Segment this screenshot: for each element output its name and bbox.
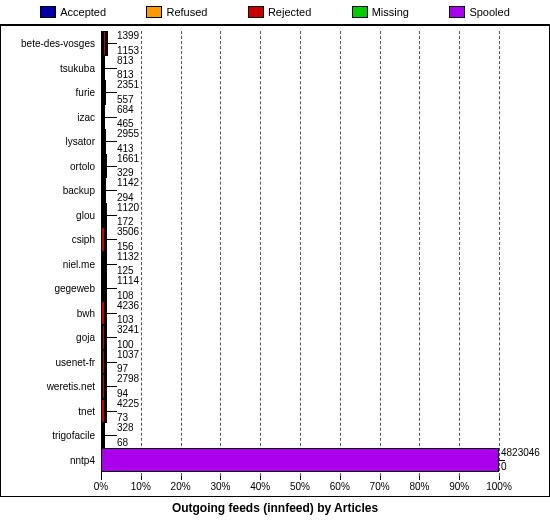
- value-label-top: 4236: [117, 301, 139, 311]
- value-label-top: 1120: [117, 203, 139, 213]
- table-row: trigofacile32868: [101, 423, 499, 448]
- value-label-top: 2351: [117, 80, 139, 90]
- legend-swatch: [40, 6, 56, 18]
- row-label: bete-des-vosges: [21, 38, 101, 49]
- value-label-top: 1114: [117, 276, 139, 286]
- tick-mark: [101, 476, 102, 480]
- value-label-bot: 108: [117, 291, 134, 301]
- value-label-top: 1142: [117, 178, 139, 188]
- lead-line: [107, 43, 117, 44]
- lead-line: [105, 435, 117, 436]
- row-label: csiph: [72, 234, 101, 245]
- table-row: bwh4236103: [101, 301, 499, 326]
- row-label: lysator: [66, 136, 101, 147]
- lead-line: [105, 141, 117, 142]
- value-label-bot: 100: [117, 340, 134, 350]
- bar-segment: [101, 448, 499, 473]
- value-label-top: 3241: [117, 325, 139, 335]
- tick-mark: [340, 476, 341, 480]
- x-tick-label: 50%: [290, 481, 310, 492]
- tick-mark: [260, 476, 261, 480]
- legend-label: Accepted: [60, 6, 106, 18]
- lead-line: [105, 68, 117, 69]
- lead-line: [105, 337, 117, 338]
- table-row: ortolo1661329: [101, 154, 499, 179]
- value-label-bot: 413: [117, 144, 134, 154]
- table-row: tsukuba813813: [101, 56, 499, 81]
- tick-mark: [380, 476, 381, 480]
- x-tick-label: 20%: [171, 481, 191, 492]
- legend-label: Rejected: [268, 6, 311, 18]
- lead-line: [105, 362, 117, 363]
- value-label-top: 1132: [117, 252, 139, 262]
- row-label: tsukuba: [60, 62, 101, 73]
- table-row: niel.me1132125: [101, 252, 499, 277]
- x-tick-label: 60%: [330, 481, 350, 492]
- legend-swatch: [449, 6, 465, 18]
- plot-inner: 0%10%20%30%40%50%60%70%80%90%100%bete-de…: [101, 31, 499, 476]
- lead-line: [105, 239, 117, 240]
- lead-line: [105, 190, 117, 191]
- legend-label: Spooled: [469, 6, 509, 18]
- value-label-top: 813: [117, 56, 134, 66]
- tick-mark: [499, 476, 500, 480]
- table-row: izac684465: [101, 105, 499, 130]
- legend-label: Refused: [166, 6, 207, 18]
- table-row: furie2351557: [101, 80, 499, 105]
- legend-swatch: [146, 6, 162, 18]
- value-label-top: 684: [117, 105, 134, 115]
- table-row: tnet422573: [101, 399, 499, 424]
- lead-line: [499, 460, 505, 461]
- legend: AcceptedRefusedRejectedMissingSpooled: [0, 0, 550, 25]
- value-label-top: 1661: [117, 154, 139, 164]
- tick-mark: [300, 476, 301, 480]
- table-row: backup1142294: [101, 178, 499, 203]
- row-label: bwh: [77, 307, 101, 318]
- table-row: usenet-fr103797: [101, 350, 499, 375]
- x-tick-label: 0%: [94, 481, 108, 492]
- table-row: goja3241100: [101, 325, 499, 350]
- value-label-bot: 0: [499, 462, 507, 472]
- value-label-top: 4225: [117, 399, 139, 409]
- plot-area: 0%10%20%30%40%50%60%70%80%90%100%bete-de…: [0, 25, 550, 497]
- legend-swatch: [352, 6, 368, 18]
- row-label: niel.me: [63, 258, 101, 269]
- row-label: backup: [63, 185, 101, 196]
- x-tick-label: 70%: [370, 481, 390, 492]
- value-label-bot: 156: [117, 242, 134, 252]
- x-tick-label: 90%: [449, 481, 469, 492]
- value-label-top: 328: [117, 423, 134, 433]
- lead-line: [106, 264, 117, 265]
- x-tick-label: 40%: [250, 481, 270, 492]
- legend-swatch: [248, 6, 264, 18]
- lead-line: [106, 166, 117, 167]
- tick-mark: [419, 476, 420, 480]
- table-row: gegeweb1114108: [101, 276, 499, 301]
- table-row: weretis.net279894: [101, 374, 499, 399]
- x-tick-label: 80%: [409, 481, 429, 492]
- value-label-bot: 68: [117, 438, 128, 448]
- tick-mark: [141, 476, 142, 480]
- row-label: trigofacile: [52, 430, 101, 441]
- table-row: bete-des-vosges13991153: [101, 31, 499, 56]
- x-tick-label: 100%: [486, 481, 512, 492]
- legend-item: Spooled: [449, 6, 509, 18]
- value-label-bot: 94: [117, 389, 128, 399]
- value-label-top: 3506: [117, 227, 139, 237]
- value-label-top: 2798: [117, 374, 139, 384]
- legend-item: Accepted: [40, 6, 106, 18]
- row-label: gegeweb: [54, 283, 101, 294]
- lead-line: [105, 92, 117, 93]
- value-label-bot: 1153: [117, 46, 139, 56]
- value-label-top: 4823046: [499, 448, 540, 458]
- lead-line: [105, 411, 117, 412]
- row-label: tnet: [78, 405, 101, 416]
- row-label: goja: [76, 332, 101, 343]
- row-label: weretis.net: [47, 381, 101, 392]
- legend-item: Missing: [352, 6, 409, 18]
- value-label-top: 1399: [117, 31, 139, 41]
- row-label: furie: [76, 87, 101, 98]
- row-label: usenet-fr: [56, 356, 101, 367]
- value-label-bot: 557: [117, 95, 134, 105]
- lead-line: [105, 313, 117, 314]
